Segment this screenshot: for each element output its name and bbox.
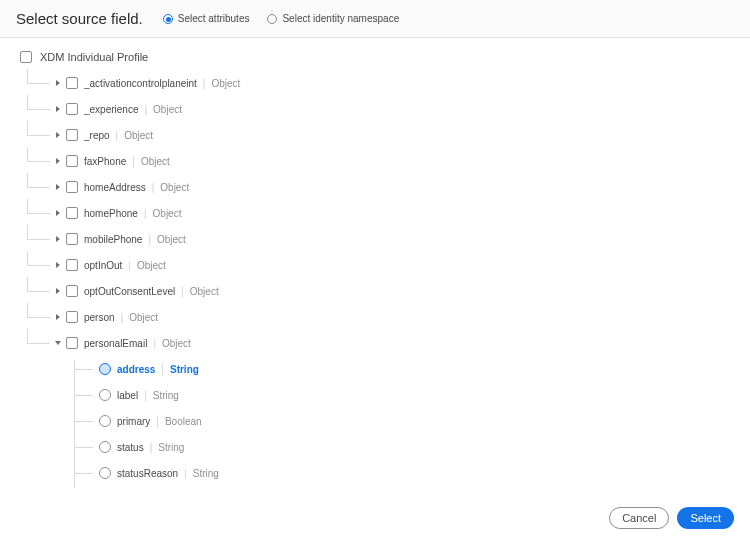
connector [75,421,93,422]
field-type: Object [160,182,189,193]
connector [75,369,93,370]
radio-select-attributes[interactable]: Select attributes [163,13,250,24]
field-label: label|String [117,390,179,401]
connector [32,109,50,110]
field-label: statusReason|String [117,468,219,479]
tree-node[interactable]: _activationcontrolplaneint|Object [32,74,730,92]
chevron-down-icon[interactable] [55,341,61,345]
tree-node[interactable]: _experience|Object [32,100,730,118]
radio-field[interactable] [99,467,111,479]
field-name: homeAddress [84,182,146,193]
field-label: person|Object [84,312,158,323]
tree-leaf[interactable]: statusReason|String [75,464,730,482]
field-name: _experience [84,104,138,115]
field-type: Object [153,208,182,219]
tree-node[interactable]: faxPhone|Object [32,152,730,170]
radio-field[interactable] [99,389,111,401]
checkbox[interactable] [66,103,78,115]
checkbox[interactable] [66,181,78,193]
chevron-right-icon[interactable] [56,106,60,112]
field-label: faxPhone|Object [84,156,170,167]
tree-node[interactable]: personalEmail|Object [32,334,730,352]
radio-field[interactable] [99,415,111,427]
field-type: String [193,468,219,479]
field-name: _repo [84,130,110,141]
field-type: Object [124,130,153,141]
schema-tree[interactable]: XDM Individual Profile _activationcontro… [0,38,750,488]
chevron-right-icon[interactable] [56,236,60,242]
radio-field[interactable] [99,363,111,375]
cancel-button[interactable]: Cancel [609,507,669,529]
tree-leaf[interactable]: address|String [75,360,730,378]
checkbox[interactable] [66,259,78,271]
radio-select-namespace[interactable]: Select identity namespace [267,13,399,24]
chevron-right-icon[interactable] [56,184,60,190]
field-name: mobilePhone [84,234,142,245]
field-label: _repo|Object [84,130,153,141]
tree-leaf[interactable]: status|String [75,438,730,456]
connector [32,239,50,240]
tree-node[interactable]: homePhone|Object [32,204,730,222]
field-name: optOutConsentLevel [84,286,175,297]
field-label: optOutConsentLevel|Object [84,286,219,297]
checkbox[interactable] [66,337,78,349]
header: Select source field. Select attributes S… [0,0,750,38]
checkbox[interactable] [66,207,78,219]
tree-node[interactable]: _repo|Object [32,126,730,144]
field-label: personalEmail|Object [84,338,191,349]
chevron-right-icon[interactable] [56,158,60,164]
chevron-right-icon[interactable] [56,80,60,86]
tree-root[interactable]: XDM Individual Profile [20,48,730,66]
field-name: homePhone [84,208,138,219]
checkbox[interactable] [66,129,78,141]
tree-leaf[interactable]: label|String [75,386,730,404]
field-name: personalEmail [84,338,147,349]
chevron-right-icon[interactable] [56,288,60,294]
field-name: primary [117,416,150,427]
field-type: String [170,364,199,375]
tree-node[interactable]: optInOut|Object [32,256,730,274]
tree-node[interactable]: person|Object [32,308,730,326]
chevron-right-icon[interactable] [56,262,60,268]
checkbox[interactable] [20,51,32,63]
checkbox[interactable] [66,285,78,297]
field-type: Boolean [165,416,202,427]
checkbox[interactable] [66,311,78,323]
field-type: Object [153,104,182,115]
checkbox[interactable] [66,77,78,89]
field-label: homePhone|Object [84,208,181,219]
field-type: Object [190,286,219,297]
checkbox[interactable] [66,233,78,245]
tree-leaf[interactable]: primary|Boolean [75,412,730,430]
radio-label: Select attributes [178,13,250,24]
connector [32,83,50,84]
radio-icon [163,14,173,24]
root-label: XDM Individual Profile [40,51,148,63]
connector [75,447,93,448]
field-label: optInOut|Object [84,260,166,271]
select-button[interactable]: Select [677,507,734,529]
tree-node[interactable]: optOutConsentLevel|Object [32,282,730,300]
radio-icon [267,14,277,24]
field-type: Object [162,338,191,349]
field-type: Object [137,260,166,271]
connector [32,135,50,136]
radio-field[interactable] [99,441,111,453]
chevron-right-icon[interactable] [56,210,60,216]
connector [32,187,50,188]
tree-node[interactable]: homeAddress|Object [32,178,730,196]
chevron-right-icon[interactable] [56,132,60,138]
connector [75,473,93,474]
field-name: optInOut [84,260,122,271]
field-type: Object [157,234,186,245]
field-name: person [84,312,115,323]
chevron-right-icon[interactable] [56,314,60,320]
footer: Cancel Select [0,497,750,539]
checkbox[interactable] [66,155,78,167]
page-title: Select source field. [16,10,143,27]
radio-label: Select identity namespace [282,13,399,24]
connector [32,265,50,266]
field-label: status|String [117,442,184,453]
tree-node[interactable]: mobilePhone|Object [32,230,730,248]
field-type: Object [211,78,240,89]
